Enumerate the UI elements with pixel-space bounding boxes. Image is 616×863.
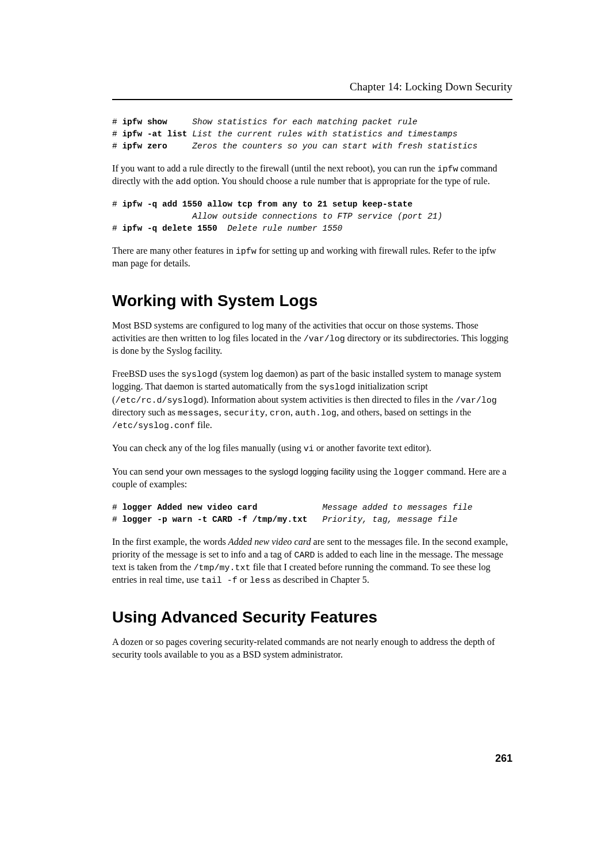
prompt: # (112, 142, 122, 151)
inline-code: /etc/rc.d/syslogd (115, 396, 203, 406)
inline-code: auth.log (295, 408, 336, 418)
text: as described in Chapter 5. (270, 575, 369, 585)
text: ). Information about system activities i… (203, 395, 455, 405)
command: logger Added new video card (122, 503, 257, 512)
pad (112, 212, 192, 221)
inline-code: /etc/syslog.conf (112, 421, 195, 431)
inline-code: vi (304, 444, 314, 454)
code-block-logger: # logger Added new video card Message ad… (112, 502, 512, 526)
command: ipfw show (122, 117, 167, 127)
comment: Message added to messages file (322, 503, 472, 512)
page: Chapter 14: Locking Down Security # ipfw… (0, 0, 616, 863)
inline-code: ipfw (236, 247, 257, 257)
heading-system-logs: Working with System Logs (112, 290, 512, 312)
paragraph-logger: You can send your own messages to the sy… (112, 466, 512, 491)
inline-code: logger (393, 468, 424, 478)
prompt: # (112, 129, 122, 139)
inline-code: syslogd (319, 383, 355, 392)
prompt: # (112, 503, 122, 512)
text: You can check any of the log files manua… (112, 443, 304, 453)
inline-code: ipfw (437, 165, 458, 174)
prompt: # (112, 200, 122, 209)
text: , (290, 407, 295, 418)
inline-code: cron (270, 408, 290, 418)
pad (257, 503, 322, 512)
command: logger -p warn -t CARD -f /tmp/my.txt (122, 515, 307, 524)
comment: Delete rule number 1550 (227, 224, 342, 233)
chapter-header: Chapter 14: Locking Down Security (112, 79, 512, 100)
inline-code: tail -f (201, 576, 238, 586)
command: ipfw -q delete 1550 (122, 224, 217, 233)
comment: Zeros the counters so you can start with… (192, 142, 477, 151)
inline-code: security (224, 408, 265, 418)
paragraph-logger-explain: In the first example, the words Added ne… (112, 536, 512, 587)
pad (167, 142, 193, 151)
code-block-ipfw-add: # ipfw -q add 1550 allow tcp from any to… (112, 198, 512, 235)
text: using the (355, 467, 393, 477)
text: or (238, 575, 250, 585)
inline-code: messages (178, 408, 219, 418)
paragraph-check-logs: You can check any of the log files manua… (112, 442, 512, 455)
pad (217, 224, 227, 233)
inline-code: /var/log (304, 334, 345, 344)
comment: List the current rules with statistics a… (192, 129, 457, 139)
text: FreeBSD uses the (112, 369, 181, 379)
inline-code: add (175, 177, 191, 187)
heading-advanced-security: Using Advanced Security Features (112, 606, 512, 628)
inline-code: syslogd (181, 370, 217, 380)
comment: Show statistics for each matching packet… (192, 117, 418, 127)
text: or another favorite text editor). (314, 443, 431, 453)
page-number: 261 (495, 751, 512, 765)
text: If you want to add a rule directly to th… (112, 163, 437, 174)
inline-code: /var/log (456, 396, 497, 406)
prompt: # (112, 224, 122, 233)
inline-code: /tmp/my.txt (194, 563, 251, 573)
text: You can (112, 467, 145, 477)
command: ipfw -q add 1550 allow tcp from any to 2… (122, 200, 412, 209)
paragraph-ipfw-features: There are many other features in ipfw fo… (112, 245, 512, 270)
paragraph-bsd-logs: Most BSD systems are configured to log m… (112, 320, 512, 358)
text: In the first example, the words (112, 537, 228, 547)
inline-code: less (250, 576, 270, 586)
paragraph-add-rule: If you want to add a rule directly to th… (112, 163, 512, 189)
command: ipfw -at list (122, 129, 187, 139)
sans-text: send your own messages to the syslogd lo… (145, 467, 355, 476)
text: , (265, 407, 270, 418)
text: directory such as (112, 407, 178, 418)
text: option. You should choose a rule number … (191, 176, 490, 186)
inline-code: CARD (294, 551, 315, 560)
comment: Allow outside connections to FTP service… (192, 212, 442, 221)
comment: Priority, tag, message file (322, 515, 457, 524)
paragraph-advanced-intro: A dozen or so pages covering security-re… (112, 636, 512, 662)
prompt: # (112, 117, 122, 127)
prompt: # (112, 515, 122, 524)
command: ipfw zero (122, 142, 167, 151)
paragraph-syslogd: FreeBSD uses the syslogd (system log dae… (112, 368, 512, 432)
italic-text: Added new video card (228, 537, 311, 547)
text: There are many other features in (112, 246, 236, 256)
text: file. (195, 420, 212, 430)
pad (307, 515, 322, 524)
code-block-ipfw-show: # ipfw show Show statistics for each mat… (112, 116, 512, 152)
pad (167, 117, 193, 127)
pad (188, 129, 193, 139)
text: A dozen or so pages covering security-re… (112, 637, 495, 660)
text: , (219, 407, 224, 418)
text: , and others, based on settings in the (336, 407, 471, 418)
